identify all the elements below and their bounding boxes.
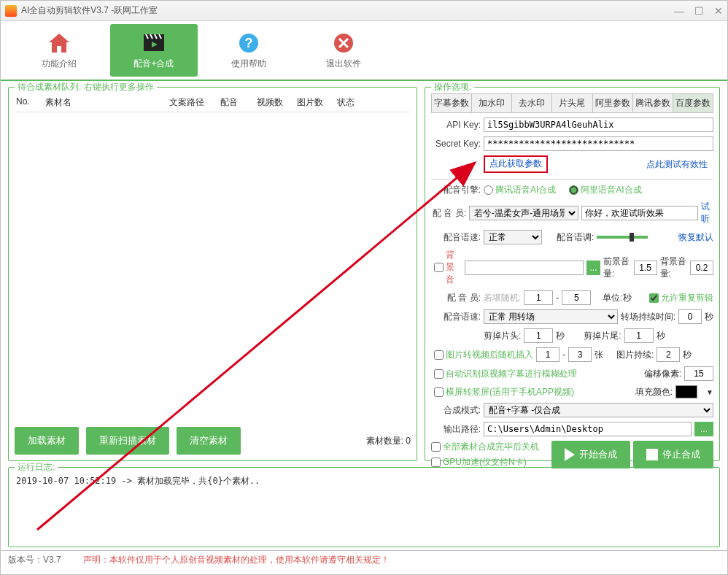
pic-to-input[interactable] <box>568 347 592 362</box>
bgm-checkbox[interactable]: 背景音 <box>434 249 462 286</box>
options-panel: 操作选项: 字幕参数 加水印 去水印 片头尾 阿里参数 腾讯参数 百度参数 AP… <box>425 87 720 461</box>
auto-blur-checkbox[interactable]: 自动识别原视频字幕进行模糊处理 <box>434 368 577 380</box>
stop-compose-button[interactable]: 停止合成 <box>633 441 713 468</box>
close-button[interactable]: ✕ <box>714 5 723 17</box>
api-key-label: API Key: <box>431 120 481 130</box>
btn-help[interactable]: ? 使用帮助 <box>205 24 293 77</box>
col-path: 文案路径 <box>169 96 220 109</box>
unit-label: 单位:秒 <box>603 292 631 304</box>
play-icon <box>565 448 575 461</box>
output-label: 输出路径: <box>431 423 481 436</box>
disclaimer: 声明：本软件仅用于个人原创音视频素材的处理，使用本软件请遵守相关规定！ <box>83 554 390 566</box>
fill-color-swatch[interactable] <box>675 385 697 398</box>
tab-watermark[interactable]: 加水印 <box>472 94 512 112</box>
tab-subtitle[interactable]: 字幕参数 <box>432 94 472 112</box>
tone-slider[interactable] <box>597 236 648 239</box>
bgm-path-input[interactable] <box>465 261 584 275</box>
titlebar: AI全自动剪辑软件V3.7 -跃网工作室 — ☐ ✕ <box>1 1 727 21</box>
test-validity-link[interactable]: 点此测试有效性 <box>646 158 708 171</box>
get-params-highlight: 点此获取参数 <box>484 155 548 173</box>
pic-dur-input[interactable] <box>657 347 680 362</box>
tab-ali[interactable]: 阿里参数 <box>593 94 633 112</box>
tab-dewatermark[interactable]: 去水印 <box>512 94 552 112</box>
try-listen-link[interactable]: 试听 <box>701 201 713 225</box>
col-voice: 配音 <box>220 96 257 109</box>
tab-tencent[interactable]: 腾讯参数 <box>633 94 673 112</box>
app-icon <box>5 5 17 17</box>
trim-tail-label: 剪掉片尾: <box>584 330 621 342</box>
welcome-input[interactable] <box>581 206 698 220</box>
engine-ali-radio[interactable]: 阿里语音AI合成 <box>569 184 641 196</box>
engine-tencent-radio[interactable]: 腾讯语音AI合成 <box>484 184 556 196</box>
trim-head-label: 剪掉片头: <box>484 330 521 342</box>
btn-exit[interactable]: 退出软件 <box>300 24 387 77</box>
offset-label: 偏移像素: <box>644 368 681 380</box>
secret-key-input[interactable] <box>484 136 713 151</box>
trim-tail-input[interactable] <box>624 328 654 343</box>
tone-label: 配音语调: <box>557 231 594 244</box>
tab-headtail[interactable]: 片头尾 <box>552 94 592 112</box>
trans-dur-label: 转场持续时间: <box>621 311 675 323</box>
speed-select[interactable]: 正常 <box>484 230 542 244</box>
rand-to-input[interactable] <box>562 290 591 305</box>
stop-icon <box>646 449 658 460</box>
h2v-checkbox[interactable]: 横屏转竖屏(适用于手机APP视频) <box>434 386 574 398</box>
shutdown-checkbox[interactable]: 全部素材合成完毕后关机 <box>431 441 539 453</box>
pic-from-input[interactable] <box>536 347 559 362</box>
btn-compose[interactable]: 配音+合成 <box>110 24 198 77</box>
material-table-body[interactable] <box>15 112 411 422</box>
output-browse-button[interactable]: ... <box>694 422 713 436</box>
trim-head-input[interactable] <box>524 328 553 343</box>
material-queue-panel: 待合成素材队列: 右键执行更多操作 No. 素材名 文案路径 配音 视频数 图片… <box>8 87 417 461</box>
start-compose-button[interactable]: 开始合成 <box>551 441 630 468</box>
material-actions: 加载素材 重新扫描素材 清空素材 素材数量: 0 <box>15 427 411 455</box>
get-params-link[interactable]: 点此获取参数 <box>489 158 542 169</box>
trans-dur-input[interactable] <box>678 309 702 324</box>
material-queue-legend: 待合成素材队列: 右键执行更多操作 <box>15 81 157 93</box>
content-area: 待合成素材队列: 右键执行更多操作 No. 素材名 文案路径 配音 视频数 图片… <box>1 81 727 464</box>
speed-label2: 配音语速: <box>431 311 481 323</box>
home-icon <box>46 31 72 55</box>
col-pics: 图片数 <box>297 96 337 109</box>
pic2vid-checkbox[interactable]: 图片转视频后随机插入 <box>434 349 533 361</box>
fill-color-label: 填充颜色: <box>635 386 673 398</box>
log-line: 2019-10-07 10:52:19 -> 素材加载完毕，共{0}个素材.. <box>15 474 713 489</box>
rescan-material-button[interactable]: 重新扫描素材 <box>86 427 169 455</box>
window-controls: — ☐ ✕ <box>674 5 723 17</box>
tab-baidu[interactable]: 百度参数 <box>673 94 713 112</box>
options-legend: 操作选项: <box>431 81 474 93</box>
mode-select[interactable]: 配音+字幕 -仅合成 <box>484 403 713 417</box>
bgm-browse-button[interactable]: ... <box>586 261 600 275</box>
api-key-input[interactable] <box>484 117 713 132</box>
log-legend: 运行日志: <box>15 461 58 474</box>
engine-label: 配音引擎: <box>431 184 481 196</box>
col-videos: 视频数 <box>257 96 297 109</box>
secret-key-label: Secret Key: <box>431 139 481 149</box>
bg-vol-label: 背景音量: <box>660 255 688 280</box>
svg-text:?: ? <box>245 36 253 50</box>
bg-vol-input[interactable] <box>690 261 713 275</box>
transition-select[interactable]: 正常 用转场 <box>484 309 618 324</box>
version-label: 版本号：V3.7 <box>8 554 61 566</box>
allow-repeat-checkbox[interactable]: 允许重复剪辑 <box>649 292 713 304</box>
load-material-button[interactable]: 加载素材 <box>15 427 79 455</box>
speed-label: 配音语速: <box>431 231 481 244</box>
clear-material-button[interactable]: 清空素材 <box>177 427 241 455</box>
toolbar: 功能介绍 配音+合成 ? 使用帮助 退出软件 <box>1 21 727 81</box>
fg-vol-label: 前景音量: <box>603 255 631 280</box>
maximize-button[interactable]: ☐ <box>694 5 704 17</box>
output-path-input[interactable] <box>484 422 692 436</box>
voice-select[interactable]: 若兮-温柔女声-通用场景 <box>469 206 578 220</box>
footer: 版本号：V3.7 声明：本软件仅用于个人原创音视频素材的处理，使用本软件请遵守相… <box>1 550 727 569</box>
fg-vol-input[interactable] <box>634 261 657 275</box>
help-icon: ? <box>236 31 262 55</box>
btn-intro[interactable]: 功能介绍 <box>15 24 103 77</box>
pic-dur-label: 图片持续: <box>616 349 654 361</box>
minimize-button[interactable]: — <box>674 5 684 17</box>
col-name: 素材名 <box>45 96 169 109</box>
rand-from-input[interactable] <box>524 290 553 305</box>
restore-default-link[interactable]: 恢复默认 <box>678 231 713 244</box>
col-status: 状态 <box>337 96 409 109</box>
exit-icon <box>330 31 357 55</box>
offset-input[interactable] <box>684 366 713 381</box>
